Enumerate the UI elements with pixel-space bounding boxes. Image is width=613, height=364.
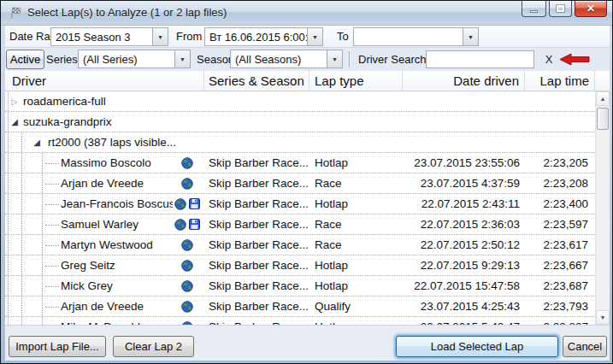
date-range-value: 2015 Season 3 [51, 28, 152, 45]
lap-icons [172, 317, 203, 325]
series-season: Skip Barber Race... [209, 153, 309, 173]
lap-icons [172, 235, 203, 255]
lap-icons [172, 173, 203, 193]
globe-icon [181, 239, 193, 251]
tree-line [8, 214, 9, 234]
tree-line [21, 132, 22, 152]
red-left-arrow-icon [559, 53, 590, 66]
season-label: Season [197, 48, 234, 71]
column-header-lap-time[interactable]: Lap time [525, 71, 595, 91]
tree-line [42, 173, 43, 193]
table-row[interactable]: Mike McDonaldSkip Barber Race...Hotlap22… [5, 317, 595, 325]
series-label: Series [46, 48, 78, 71]
scroll-up-button[interactable]: ▲ [596, 91, 610, 106]
toolbar-separator [349, 51, 351, 68]
tree-line [45, 307, 59, 308]
lap-type: Race [315, 214, 403, 234]
clear-lap2-button[interactable]: Clear Lap 2 [113, 336, 194, 357]
active-toggle-button[interactable]: Active [6, 50, 44, 69]
chevron-down-icon[interactable]: ▼ [463, 28, 478, 45]
chevron-down-icon[interactable]: ▼ [327, 50, 342, 68]
table-row[interactable]: Arjan de VreedeSkip Barber Race...Qualif… [5, 296, 595, 317]
tree-label: roadamerica-full [23, 91, 106, 111]
arrow-up-icon: ▲ [600, 96, 606, 102]
collapse-icon[interactable]: ◢ [31, 132, 43, 152]
globe-icon [181, 157, 193, 169]
tree-line [8, 317, 9, 325]
series-season: Skip Barber Race... [209, 235, 309, 255]
close-button[interactable]: ✕ [575, 1, 607, 17]
globe-icon [174, 198, 186, 210]
chevron-down-icon[interactable]: ▼ [152, 28, 168, 45]
driver-search-input[interactable] [426, 50, 534, 68]
lap-time: 2:23,837 [525, 317, 588, 325]
tree-line [8, 235, 9, 255]
series-season: Skip Barber Race... [209, 317, 309, 325]
globe-icon [181, 301, 193, 313]
tree-row[interactable]: ▷roadamerica-full [5, 91, 595, 112]
to-date-value [354, 28, 463, 45]
from-date-select[interactable]: Вт 16.06.2015 6:00:00 ▼ [204, 27, 323, 46]
table-row[interactable]: Jean-Francois BoscusSkip Barber Race...H… [5, 194, 595, 214]
minimize-button[interactable] [522, 1, 546, 17]
date-range-select[interactable]: 2015 Season 3 ▼ [50, 27, 168, 46]
vertical-scrollbar[interactable]: ▲ ▼ [595, 91, 610, 325]
column-header-series-season[interactable]: Series & Season [204, 71, 309, 91]
season-select[interactable]: (All Seasons) ▼ [230, 50, 343, 68]
tree-line [21, 276, 22, 296]
date-filter-bar: Date Range 2015 Season 3 ▼ From Вт 16.06… [5, 26, 610, 48]
table-row[interactable]: Martyn WestwoodSkip Barber Race...Race22… [5, 235, 595, 255]
series-select[interactable]: (All Series) ▼ [78, 50, 191, 68]
chevron-down-icon[interactable]: ▼ [307, 28, 322, 45]
close-icon: ✕ [586, 3, 595, 14]
date-driven: 23.07.2015 4:25:43 [403, 296, 520, 316]
lap-type: Hotlap [315, 153, 403, 173]
expand-icon[interactable]: ▷ [9, 91, 21, 111]
chevron-down-icon[interactable]: ▼ [174, 50, 190, 68]
to-label: To [337, 26, 349, 47]
tree-line [45, 163, 59, 164]
column-header-driver[interactable]: Driver [5, 71, 204, 91]
maximize-button[interactable] [549, 1, 572, 17]
date-driven: 22.07.2015 2:43:11 [403, 194, 520, 214]
checkered-flag-icon [9, 6, 22, 20]
titlebar[interactable]: Select Lap(s) to Analyze (1 or 2 lap fil… [1, 1, 612, 26]
scrollbar-thumb[interactable] [597, 108, 609, 130]
lap-icons [172, 296, 203, 316]
minimize-icon [530, 10, 538, 13]
date-driven: 23.07.2015 23:55:06 [403, 153, 520, 173]
lap-time: 2:23,400 [525, 194, 588, 214]
table-row[interactable]: Mick GreySkip Barber Race...Hotlap22.07.… [5, 276, 595, 296]
tree-line [42, 194, 43, 214]
table-row[interactable]: Samuel WarleySkip Barber Race...Race22.0… [5, 214, 595, 235]
lap-type: Hotlap [315, 276, 403, 296]
scroll-down-button[interactable]: ▼ [596, 310, 610, 325]
tree-row[interactable]: ◢rt2000 (387 laps visible... [5, 132, 595, 153]
tree-line [45, 184, 59, 185]
globe-icon [181, 178, 193, 190]
tree-label: rt2000 (387 laps visible... [48, 132, 176, 152]
header-filler [595, 71, 610, 91]
driver-name: Mike McDonald [61, 317, 173, 325]
column-header-date-driven[interactable]: Date driven [403, 71, 525, 91]
table-row[interactable]: Arjan de VreedeSkip Barber Race...Race23… [5, 173, 595, 194]
driver-name: Martyn Westwood [61, 235, 173, 255]
tree-line [45, 245, 59, 246]
table-row[interactable]: Massimo BoscoloSkip Barber Race...Hotlap… [5, 153, 595, 173]
tree-line [21, 317, 22, 325]
column-header-lap-type[interactable]: Lap type [309, 71, 403, 91]
tree-line [8, 132, 9, 152]
footer-bar: Import Lap File... Clear Lap 2 Load Sele… [5, 325, 610, 361]
load-selected-lap-button[interactable]: Load Selected Lap [396, 336, 558, 357]
clear-search-button[interactable]: X [542, 48, 556, 71]
table-row[interactable]: Greg SeitzSkip Barber Race...Hotlap22.07… [5, 255, 595, 276]
cancel-button[interactable]: Cancel [563, 336, 607, 357]
collapse-icon[interactable]: ◢ [9, 112, 21, 132]
to-date-select[interactable]: ▼ [353, 27, 479, 46]
lap-time: 2:23,205 [525, 153, 588, 173]
arrow-down-icon: ▼ [600, 314, 606, 320]
tree-line [42, 214, 43, 234]
import-lap-file-button[interactable]: Import Lap File... [9, 336, 106, 357]
tree-row[interactable]: ◢suzuka-grandprix [5, 112, 595, 132]
lap-time: 2:23,687 [525, 276, 588, 296]
